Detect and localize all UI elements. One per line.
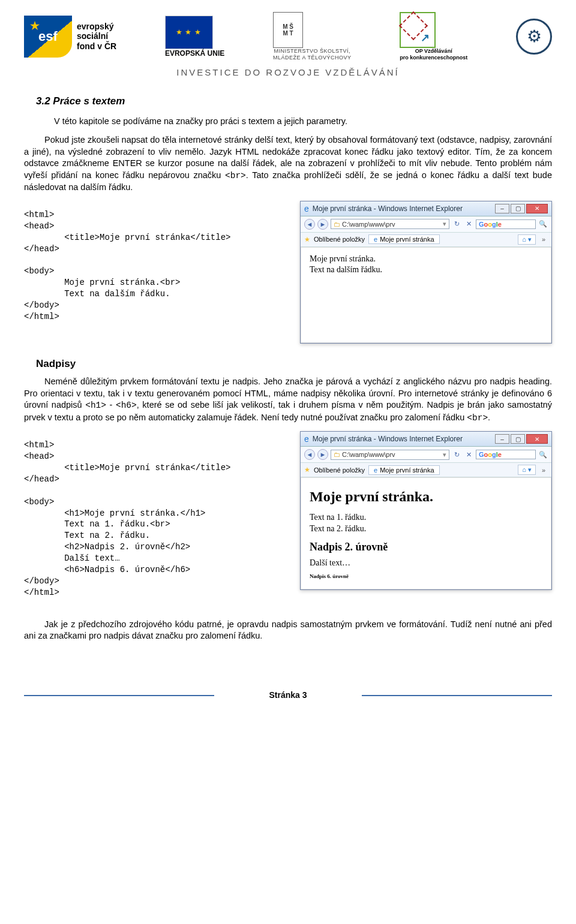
ie-tab-icon: e — [374, 236, 377, 243]
paragraph-2: Neméně důležitým prvkem formátování text… — [24, 376, 552, 424]
refresh-icon[interactable]: ↻ — [452, 219, 461, 229]
dropdown-icon[interactable]: ▾ — [443, 220, 446, 228]
browser1-content: Moje první stránka. Text na dalším řádku… — [301, 247, 551, 343]
favorites-label[interactable]: Oblíbené položky — [314, 236, 365, 243]
rendered-line3: Další text… — [310, 558, 542, 568]
home-button[interactable]: ⌂ ▾ — [518, 465, 536, 475]
inline-code-br-1: <br> — [225, 171, 246, 180]
esf-logo-block: esf evropský sociální fond v ČR — [24, 16, 116, 58]
inline-code-br-2: <br> — [467, 413, 488, 423]
header-logo-row: esf evropský sociální fond v ČR EVROPSKÁ… — [24, 12, 552, 61]
close-button[interactable]: ✕ — [526, 434, 548, 444]
msmt-text-1: MINISTERSTVO ŠKOLSTVÍ, — [273, 48, 351, 55]
paragraph-3: Jak je z předchozího zdrojového kódu pat… — [24, 619, 552, 642]
search-icon[interactable]: 🔍 — [538, 219, 548, 229]
folder-icon: 🗀 — [334, 221, 340, 228]
home-button[interactable]: ⌂ ▾ — [518, 234, 536, 245]
back-button[interactable]: ◄ — [304, 449, 315, 460]
rendered-h2: Nadpis 2. úrovně — [310, 540, 542, 554]
minimize-button[interactable]: – — [495, 204, 509, 213]
msmt-logo-block: M ŠM T MINISTERSTVO ŠKOLSTVÍ, MLÁDEŽE A … — [273, 12, 351, 61]
refresh-icon[interactable]: ↻ — [452, 450, 461, 459]
rendered-line1: Text na 1. řádku. — [310, 512, 542, 523]
forward-button[interactable]: ► — [317, 449, 328, 460]
search-box[interactable]: Google — [476, 219, 536, 229]
inline-code-h1: <h1> — [85, 401, 106, 410]
paragraph-1: Pokud jste zkoušeli napsat do těla inter… — [24, 134, 552, 194]
dropdown-icon[interactable]: ▾ — [443, 451, 446, 459]
browser2-tab[interactable]: e Moje první stránka — [368, 465, 440, 475]
msmt-logo-icon: M ŠM T — [273, 12, 303, 48]
search-icon[interactable]: 🔍 — [538, 450, 548, 459]
browser2-titlebar: e Moje první stránka - Windows Internet … — [301, 432, 551, 447]
rendered-h1: Moje první stránka. — [310, 487, 542, 506]
browser1-line2: Text na dalším řádku. — [310, 264, 542, 275]
header-tagline: INVESTICE DO ROZVOJE VZDĚLÁVÁNÍ — [24, 67, 552, 77]
back-button[interactable]: ◄ — [304, 219, 315, 230]
search-box[interactable]: Google — [476, 450, 536, 459]
op-logo-icon — [400, 12, 436, 48]
close-button[interactable]: ✕ — [526, 204, 548, 213]
page-number: Stránka 3 — [269, 690, 307, 700]
minimize-button[interactable]: – — [495, 434, 509, 444]
eu-label: EVROPSKÁ UNIE — [165, 49, 224, 58]
paragraph-2-dash: - — [106, 400, 116, 410]
maximize-button[interactable]: ▢ — [511, 434, 525, 444]
browser2-toolbar: ◄ ► 🗀 C:\wamp\www\prv ▾ ↻ ✕ Google 🔍 — [301, 447, 551, 463]
address-bar[interactable]: 🗀 C:\wamp\www\prv ▾ — [331, 219, 449, 229]
intro-paragraph: V této kapitole se podíváme na značky pr… — [54, 116, 552, 128]
esf-logo-icon: esf — [24, 16, 72, 58]
school-gear-logo-icon — [516, 19, 552, 55]
window-buttons: – ▢ ✕ — [495, 204, 548, 213]
paragraph-2-text-c: . — [488, 413, 490, 422]
browser1-titlebar: e Moje první stránka - Windows Internet … — [301, 201, 551, 216]
favorites-label[interactable]: Oblíbené položky — [314, 466, 365, 474]
page-footer: Stránka 3 — [24, 690, 552, 700]
window-buttons: – ▢ ✕ — [495, 434, 548, 444]
eu-logo-block: EVROPSKÁ UNIE — [165, 16, 224, 58]
favorites-star-icon[interactable]: ★ — [304, 236, 310, 243]
op-text-2: pro konkurenceschopnost — [400, 55, 467, 61]
browser-screenshot-1: e Moje první stránka - Windows Internet … — [300, 201, 552, 344]
address-bar[interactable]: 🗀 C:\wamp\www\prv ▾ — [331, 450, 449, 460]
code-block-2: <html> <head> <title>Moje první stránka<… — [24, 440, 288, 598]
ie-icon: e — [304, 204, 309, 213]
toolbar-more-icon[interactable]: » — [539, 236, 548, 243]
stop-icon[interactable]: ✕ — [464, 450, 473, 459]
browser2-content: Moje první stránka. Text na 1. řádku. Te… — [301, 477, 551, 589]
toolbar-more-icon[interactable]: » — [539, 466, 548, 474]
browser1-toolbar: ◄ ► 🗀 C:\wamp\www\prv ▾ ↻ ✕ Google 🔍 — [301, 216, 551, 233]
maximize-button[interactable]: ▢ — [511, 204, 525, 213]
ie-icon: e — [304, 434, 309, 444]
url-text: C:\wamp\www\prv — [342, 221, 395, 228]
op-text-1: OP Vzdělávání — [400, 48, 467, 55]
rendered-line2: Text na 2. řádku. — [310, 523, 542, 534]
ie-tab-icon: e — [374, 466, 377, 474]
msmt-text-2: MLÁDEŽE A TĚLOVÝCHOVY — [273, 55, 351, 61]
section-heading: 3.2 Práce s textem — [36, 95, 552, 107]
folder-icon: 🗀 — [334, 451, 340, 458]
inline-code-h6: <h6> — [116, 401, 137, 410]
favorites-star-icon[interactable]: ★ — [304, 466, 310, 474]
url-text: C:\wamp\www\prv — [342, 451, 395, 458]
browser2-title: Moje první stránka - Windows Internet Ex… — [313, 435, 491, 443]
esf-logo-text: evropský sociální fond v ČR — [77, 22, 116, 52]
forward-button[interactable]: ► — [317, 219, 328, 230]
browser1-title: Moje první stránka - Windows Internet Ex… — [313, 204, 491, 213]
eu-flag-icon — [165, 16, 213, 49]
subsection-heading-nadpisy: Nadpisy — [36, 358, 552, 370]
browser1-favbar: ★ Oblíbené položky e Moje první stránka … — [301, 233, 551, 247]
rendered-h6: Nadpis 6. úrovně — [310, 573, 542, 580]
browser1-line1: Moje první stránka. — [310, 254, 542, 264]
browser2-favbar: ★ Oblíbené položky e Moje první stránka … — [301, 463, 551, 477]
stop-icon[interactable]: ✕ — [464, 219, 473, 229]
browser-screenshot-2: e Moje první stránka - Windows Internet … — [300, 431, 552, 590]
browser1-tab-label: Moje první stránka — [380, 236, 434, 243]
op-logo-block: OP Vzdělávání pro konkurenceschopnost — [400, 12, 467, 61]
browser2-tab-label: Moje první stránka — [380, 466, 434, 474]
code-block-1: <html> <head> <title>Moje první stránka<… — [24, 209, 288, 323]
browser1-tab[interactable]: e Moje první stránka — [368, 234, 440, 244]
